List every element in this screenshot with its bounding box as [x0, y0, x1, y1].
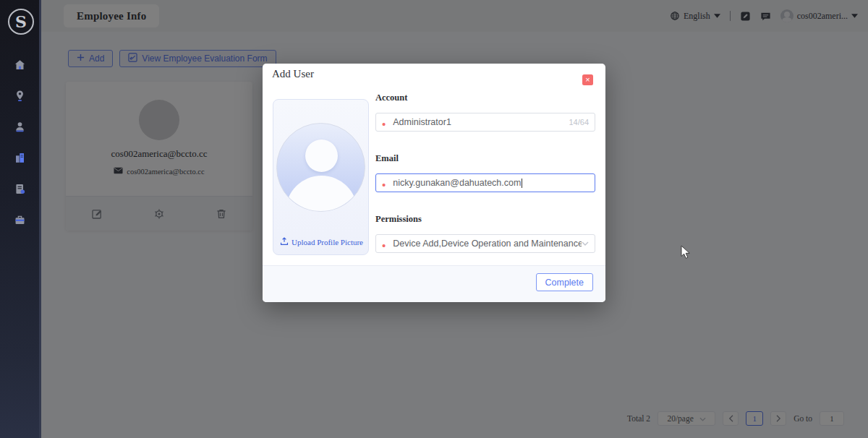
text-caret [522, 179, 522, 188]
sidebar: S [0, 0, 41, 438]
account-input[interactable]: • Administrator1 14/64 [375, 113, 595, 132]
user-icon [14, 121, 26, 136]
required-asterisk: • [382, 182, 386, 188]
upload-profile-label: Upload Profile Picture [292, 238, 363, 246]
add-user-form: Account • Administrator1 14/64 Email • n… [375, 93, 595, 253]
sidebar-item-organization[interactable] [0, 144, 39, 175]
sidebar-nav [0, 51, 39, 237]
profile-upload-area[interactable]: Upload Profile Picture [273, 99, 369, 255]
email-input[interactable]: • nicky.gunakan@dahuatech.com [375, 173, 595, 192]
building-icon [14, 152, 26, 167]
upload-profile-row: Upload Profile Picture [273, 237, 370, 247]
close-icon[interactable]: × [582, 74, 593, 85]
default-avatar-image [276, 123, 365, 212]
required-asterisk: • [382, 243, 386, 249]
sidebar-item-evaluation[interactable] [0, 175, 39, 206]
sidebar-item-location[interactable] [0, 82, 39, 113]
permissions-label: Permissions [375, 214, 595, 225]
upload-icon [280, 237, 289, 247]
account-char-counter: 14/64 [569, 118, 589, 126]
sidebar-item-home[interactable] [0, 51, 39, 82]
permissions-select[interactable]: • Device Add,Device Operation and Mainte… [375, 234, 595, 253]
sidebar-item-toolbox[interactable] [0, 206, 39, 237]
briefcase-icon [14, 214, 26, 229]
modal-title: Add User [272, 68, 314, 80]
required-asterisk: • [382, 121, 386, 127]
app-root: S [0, 0, 868, 438]
modal-footer: Complete [263, 265, 605, 302]
account-label: Account [375, 93, 595, 103]
home-icon [14, 59, 26, 74]
map-pin-icon [14, 90, 26, 105]
app-logo: S [8, 9, 34, 35]
add-user-modal: Add User × Upload Profile Picture Accoun… [263, 64, 605, 302]
sidebar-item-personnel[interactable] [0, 113, 39, 144]
document-edit-icon [14, 183, 26, 198]
chevron-down-icon [582, 241, 589, 246]
complete-button[interactable]: Complete [536, 273, 594, 291]
email-label: Email [375, 153, 595, 164]
